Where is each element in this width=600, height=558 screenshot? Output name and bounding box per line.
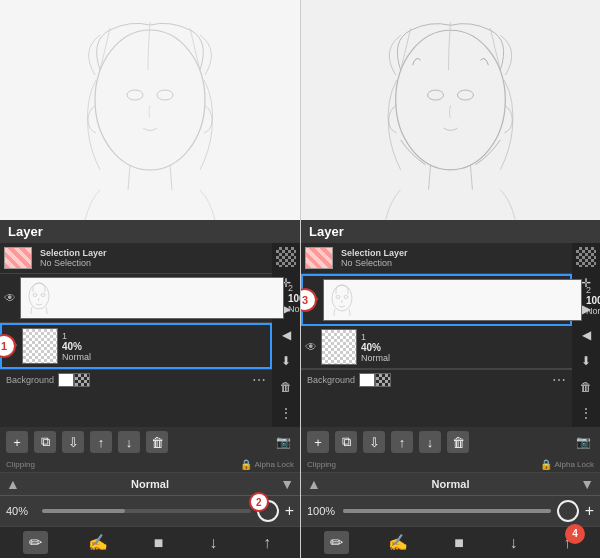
svg-rect-8: [301, 0, 600, 219]
svg-rect-12: [324, 280, 360, 316]
right-opacity-slider[interactable]: [343, 509, 551, 513]
left-blend-arrow-down[interactable]: ▼: [280, 476, 294, 492]
right-selection-title: Selection Layer: [341, 248, 564, 258]
right-lock-icon: 🔒: [540, 459, 552, 470]
right-icon-down-arrow[interactable]: ⬇: [576, 351, 596, 371]
right-icon-checkerboard[interactable]: [576, 247, 596, 267]
right-tool-pen[interactable]: ✏: [324, 531, 349, 554]
right-icon-arrow-left[interactable]: ◀: [576, 325, 596, 345]
right-tool-brush[interactable]: ✍: [382, 531, 414, 554]
left-tool-up[interactable]: ↑: [257, 532, 277, 554]
left-add-btn[interactable]: +: [6, 431, 28, 453]
left-layer1-thumb: [22, 328, 58, 364]
left-opacity-value: 40%: [6, 505, 36, 517]
right-opacity-circle[interactable]: [557, 500, 579, 522]
right-no-selection: No Selection: [341, 258, 564, 268]
left-layer2-eye[interactable]: 👁: [4, 291, 16, 305]
left-layer2-row[interactable]: 👁: [0, 274, 272, 323]
right-tool-down[interactable]: ↓: [503, 532, 523, 554]
left-opacity-plus[interactable]: +: [285, 502, 294, 520]
right-layer-list-area: Selection Layer No Selection 3 👁: [301, 243, 600, 427]
left-badge2: 2: [249, 492, 269, 512]
right-layer1-eye[interactable]: 👁: [305, 340, 317, 354]
left-tool-square[interactable]: ■: [148, 532, 170, 554]
svg-rect-0: [0, 0, 300, 220]
right-layer2-thumb: [323, 279, 582, 321]
left-clipping-label: Clipping: [6, 460, 35, 469]
left-move-up-btn[interactable]: ↑: [90, 431, 112, 453]
left-icon-dots-vert[interactable]: ⋮: [276, 403, 296, 423]
left-icon-checkerboard[interactable]: [276, 247, 296, 267]
left-copy-btn[interactable]: ⧉: [34, 431, 56, 453]
right-layer-list: Selection Layer No Selection 3 👁: [301, 243, 572, 427]
right-icon-dots-vert[interactable]: ⋮: [576, 403, 596, 423]
left-lock-icon: 🔒: [240, 459, 252, 470]
left-background-row[interactable]: Background ⋯: [0, 369, 272, 390]
left-move-down-btn[interactable]: ↓: [118, 431, 140, 453]
right-opacity-value: 100%: [307, 505, 337, 517]
right-blend-arrow-down[interactable]: ▼: [580, 476, 594, 492]
left-merge-btn[interactable]: ⇩: [62, 431, 84, 453]
left-camera-btn[interactable]: 📷: [272, 431, 294, 453]
right-icon-trash[interactable]: 🗑: [576, 377, 596, 397]
right-layer1-thumb: [321, 329, 357, 365]
right-move-down-btn[interactable]: ↓: [419, 431, 441, 453]
left-layer2-thumb: [20, 277, 284, 319]
right-layer1-opacity: 40%: [361, 342, 568, 353]
right-opacity-plus[interactable]: +: [585, 502, 594, 520]
left-selection-layer-row[interactable]: Selection Layer No Selection: [0, 243, 272, 274]
left-icon-down-arrow[interactable]: ⬇: [276, 351, 296, 371]
left-layer-list-area: Selection Layer No Selection 👁: [0, 243, 300, 427]
right-layer1-info: 1 40% Normal: [361, 332, 568, 363]
right-layer-header-text: Layer: [309, 224, 344, 239]
left-tool-brush[interactable]: ✍: [82, 531, 114, 554]
left-icon-arrow-left[interactable]: ◀: [276, 325, 296, 345]
left-opacity-fill: [42, 509, 125, 513]
left-canvas: [0, 0, 300, 220]
right-opacity-row: 100% +: [301, 496, 600, 526]
right-layer1-blend: Normal: [361, 353, 568, 363]
left-blend-arrow-up[interactable]: ▲: [6, 476, 20, 492]
left-bottom-tools: ✏ ✍ ■ ↓ ↑: [0, 526, 300, 558]
left-bg-label: Background: [6, 375, 54, 385]
left-tool-pen[interactable]: ✏: [23, 531, 48, 554]
right-panel: Layer Selection Layer No Selection 3: [300, 0, 600, 558]
left-icon-trash[interactable]: 🗑: [276, 377, 296, 397]
right-delete-btn[interactable]: 🗑: [447, 431, 469, 453]
left-blend-mode-label: Normal: [20, 478, 280, 490]
left-opacity-slider[interactable]: [42, 509, 251, 513]
right-blend-mode-label: Normal: [321, 478, 580, 490]
right-layer1-number: 1: [361, 332, 568, 342]
left-selection-title: Selection Layer: [40, 248, 264, 258]
right-copy-btn[interactable]: ⧉: [335, 431, 357, 453]
right-layer2-row[interactable]: 3 👁: [301, 274, 572, 326]
right-alpha-lock-label: Alpha Lock: [554, 460, 594, 469]
left-layer-list: Selection Layer No Selection 👁: [0, 243, 272, 427]
right-canvas: [301, 0, 600, 220]
right-move-up-btn[interactable]: ↑: [391, 431, 413, 453]
right-merge-btn[interactable]: ⇩: [363, 431, 385, 453]
right-clipping-label: Clipping: [307, 460, 336, 469]
left-bg-dots[interactable]: ⋯: [252, 372, 266, 388]
right-background-row[interactable]: Background ⋯: [301, 369, 572, 390]
right-blend-arrow-up[interactable]: ▲: [307, 476, 321, 492]
left-tool-down[interactable]: ↓: [203, 532, 223, 554]
left-bottom-bar: Clipping 🔒 Alpha Lock ▲ Normal ▼ 40% 2: [0, 457, 300, 526]
right-tool-square[interactable]: ■: [448, 532, 470, 554]
left-delete-btn[interactable]: 🗑: [146, 431, 168, 453]
right-layer1-row[interactable]: 👁 1 40% Normal: [301, 326, 572, 369]
right-add-btn[interactable]: +: [307, 431, 329, 453]
right-camera-btn[interactable]: 📷: [572, 431, 594, 453]
right-opacity-fill: [343, 509, 551, 513]
left-selection-info: Selection Layer No Selection: [36, 246, 268, 270]
right-bg-dots[interactable]: ⋯: [552, 372, 566, 388]
right-blend-mode-row[interactable]: ▲ Normal ▼: [301, 473, 600, 496]
svg-rect-4: [21, 278, 57, 314]
right-selection-layer-row[interactable]: Selection Layer No Selection: [301, 243, 572, 274]
left-layer1-opacity: 40%: [62, 341, 266, 352]
left-layer1-number: 1: [62, 331, 266, 341]
right-bg-label: Background: [307, 375, 355, 385]
right-bg-white-swatch: [359, 373, 375, 387]
left-right-icons: ✛ ▶ ◀ ⬇ 🗑 ⋮: [272, 243, 300, 427]
left-layer1-row[interactable]: 1 👁 1 40% Normal: [0, 323, 272, 369]
